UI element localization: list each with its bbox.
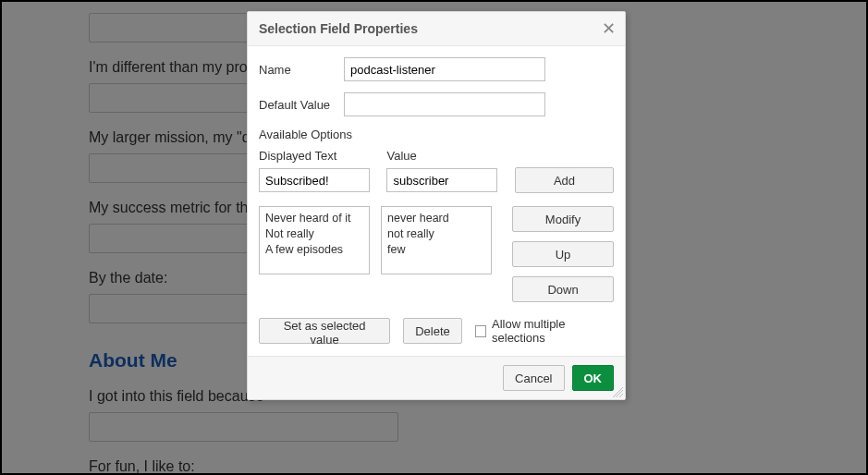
down-button[interactable]: Down — [512, 276, 614, 302]
name-label: Name — [259, 63, 344, 77]
name-input[interactable] — [344, 57, 545, 81]
cancel-button[interactable]: Cancel — [503, 365, 564, 391]
dialog-title: Selection Field Properties — [259, 21, 418, 36]
allow-multiple-label: Allow multiple selections — [492, 317, 614, 345]
resize-grip-icon[interactable] — [612, 386, 623, 397]
value-label: Value — [386, 149, 503, 163]
dialog-header: Selection Field Properties ✕ — [248, 12, 625, 46]
displayed-options-list[interactable]: Never heard of it Not really A few episo… — [259, 206, 370, 274]
value-options-list[interactable]: never heard not really few — [381, 206, 492, 274]
displayed-text-input[interactable] — [259, 168, 370, 192]
dialog-body: Name Default Value Available Options Dis… — [248, 46, 625, 356]
value-input[interactable] — [386, 168, 497, 192]
close-icon[interactable]: ✕ — [599, 19, 617, 38]
available-options-label: Available Options — [259, 128, 614, 141]
add-button[interactable]: Add — [515, 167, 614, 193]
delete-button[interactable]: Delete — [403, 318, 462, 344]
modify-button[interactable]: Modify — [512, 206, 614, 232]
up-button[interactable]: Up — [512, 241, 614, 267]
dialog-footer: Cancel OK — [248, 356, 625, 399]
default-value-label: Default Value — [259, 98, 344, 112]
checkbox-icon — [475, 325, 486, 337]
ok-button[interactable]: OK — [572, 365, 615, 391]
allow-multiple-checkbox[interactable]: Allow multiple selections — [475, 317, 614, 345]
default-value-input[interactable] — [344, 92, 545, 116]
set-selected-button[interactable]: Set as selected value — [259, 318, 390, 344]
displayed-text-label: Displayed Text — [259, 149, 375, 163]
selection-field-properties-dialog: Selection Field Properties ✕ Name Defaul… — [247, 11, 626, 400]
